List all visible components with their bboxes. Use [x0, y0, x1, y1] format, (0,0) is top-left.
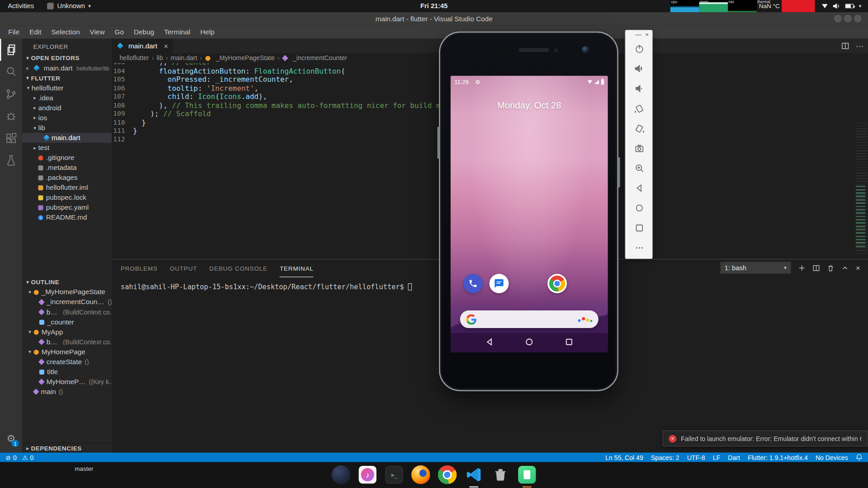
outline-item-createstate[interactable]: createState ()	[22, 357, 112, 367]
activities-button[interactable]: Activities	[0, 0, 42, 12]
more-icon[interactable]	[626, 238, 653, 258]
outline-header[interactable]: ▾ OUTLINE	[22, 277, 112, 287]
toolbar-close-icon[interactable]: ×	[645, 32, 649, 38]
settings-gear-icon[interactable]: ⚙	[475, 79, 480, 84]
tree-item-readme[interactable]: i README.md	[22, 212, 112, 222]
back-button[interactable]	[485, 337, 494, 348]
menu-selection[interactable]: Selection	[46, 25, 85, 38]
rotate-right-icon[interactable]	[626, 118, 653, 138]
power-icon[interactable]	[626, 39, 653, 59]
extensions-icon[interactable]	[0, 127, 22, 150]
tab-close-icon[interactable]: ×	[164, 42, 168, 50]
open-editor-main-dart[interactable]: × main.dart helloflutter/lib	[22, 63, 112, 73]
phone-screen[interactable]: 11:29 ⚙ Monday, Oct 28	[451, 76, 608, 352]
phone-app-icon[interactable]	[463, 274, 483, 293]
volume-up-icon[interactable]	[626, 59, 653, 79]
project-section-header[interactable]: ▾ FLUTTER	[22, 73, 112, 83]
tab-problems[interactable]: PROBLEMS	[121, 259, 158, 277]
status-menu[interactable]: ▾	[815, 0, 868, 12]
date-widget[interactable]: Monday, Oct 28	[451, 100, 608, 111]
encoding[interactable]: UTF-8	[687, 454, 705, 461]
back-icon[interactable]	[626, 178, 653, 198]
close-panel-icon[interactable]: ×	[856, 263, 860, 272]
more-actions-icon[interactable]: ⋯	[856, 44, 863, 48]
window-minimize-button[interactable]	[834, 15, 841, 22]
outline-item-myhomepage-ctor[interactable]: MyHomePage ({Key k...	[22, 377, 112, 387]
tab-output[interactable]: OUTPUT	[170, 259, 198, 277]
outline-item-main[interactable]: main ()	[22, 387, 112, 397]
problems-status[interactable]: ⊘0 ⚠0	[5, 453, 33, 461]
trash-icon[interactable]	[491, 465, 510, 485]
messages-app-icon[interactable]	[489, 274, 509, 293]
menu-edit[interactable]: Edit	[24, 25, 46, 38]
breadcrumb-class[interactable]: _MyHomePageState	[216, 55, 275, 61]
screenshot-camera-icon[interactable]	[626, 138, 653, 158]
kill-terminal-icon[interactable]	[827, 264, 834, 272]
power-button[interactable]	[618, 157, 620, 188]
minimap[interactable]	[856, 123, 868, 254]
menu-go[interactable]: Go	[109, 25, 128, 38]
menu-terminal[interactable]: Terminal	[159, 25, 195, 38]
tree-item-android[interactable]: ▸ android	[22, 103, 112, 113]
emulator-toolbar[interactable]: — ×	[625, 30, 652, 259]
vscode-icon[interactable]	[464, 465, 484, 485]
chrome-app-icon[interactable]	[547, 274, 567, 293]
zoom-icon[interactable]	[626, 158, 653, 178]
dark-app-icon[interactable]	[331, 465, 351, 485]
tree-item-test[interactable]: ▸ test	[22, 143, 112, 153]
breadcrumb-method[interactable]: _incrementCounter	[293, 55, 347, 61]
outline-item-myhomepage[interactable]: ▾ MyHomePage	[22, 347, 112, 357]
tree-item-helloflutter[interactable]: ▾ helloflutter	[22, 83, 112, 93]
overview-icon[interactable]	[626, 218, 653, 238]
tab-debug-console[interactable]: DEBUG CONSOLE	[209, 259, 268, 277]
language-mode[interactable]: Dart	[728, 454, 740, 461]
breadcrumb-folder[interactable]: lib	[156, 55, 163, 61]
tree-item-lib[interactable]: ▾ lib	[22, 123, 112, 133]
thermal-monitor[interactable]: thermal NaN °C	[757, 0, 815, 12]
maximize-panel-icon[interactable]	[841, 264, 849, 272]
tree-item-gitignore[interactable]: .gitignore	[22, 153, 112, 163]
menu-help[interactable]: Help	[195, 25, 220, 38]
outline-item-incrementcounter[interactable]: _incrementCounter ()	[22, 297, 112, 307]
terminal-shell-select[interactable]: 1: bash ▾	[720, 262, 791, 274]
eol-sequence[interactable]: LF	[713, 454, 720, 461]
cpu-monitor[interactable]: cpu	[670, 0, 699, 12]
volume-down-icon[interactable]	[626, 79, 653, 99]
window-maximize-button[interactable]	[844, 15, 851, 22]
home-icon[interactable]	[626, 198, 653, 218]
device-selector[interactable]: No Devices	[816, 454, 848, 461]
google-search-bar[interactable]	[460, 310, 599, 328]
source-control-icon[interactable]	[0, 83, 22, 105]
overview-button[interactable]	[565, 337, 574, 348]
open-editors-header[interactable]: ▾ OPEN EDITORS	[22, 53, 112, 63]
breadcrumb-project[interactable]: helloflutter	[119, 55, 149, 61]
outline-item-build-1[interactable]: build (BuildContext co...	[22, 307, 112, 317]
split-terminal-icon[interactable]	[812, 264, 820, 272]
tree-item-ios[interactable]: ▸ ios	[22, 113, 112, 123]
window-close-button[interactable]	[854, 15, 861, 22]
outline-item-title[interactable]: title	[22, 367, 112, 377]
dependencies-header[interactable]: ▸ DEPENDENCIES	[22, 443, 112, 453]
notifications-bell-icon[interactable]	[856, 454, 863, 461]
flutter-sdk-version[interactable]: Flutter: 1.9.1+hotfix.4	[748, 454, 808, 461]
debug-icon[interactable]	[0, 105, 22, 127]
menu-view[interactable]: View	[85, 25, 110, 38]
app-menu[interactable]: Unknown ▾	[42, 0, 96, 12]
breadcrumb-file[interactable]: main.dart	[170, 55, 197, 61]
terminal-app-icon[interactable]: >_	[384, 465, 404, 485]
tree-item-pubspec-yaml[interactable]: pubspec.yaml	[22, 202, 112, 212]
indentation[interactable]: Spaces: 2	[651, 454, 679, 461]
assistant-mic-icon[interactable]	[578, 317, 592, 322]
home-button[interactable]	[525, 337, 534, 348]
network-monitor[interactable]: net	[728, 0, 757, 12]
outline-item-myhomepagestate[interactable]: ▾ _MyHomePageState	[22, 287, 112, 297]
memory-monitor[interactable]: mem	[699, 0, 728, 12]
outline-item-build-2[interactable]: build (BuildContext co...	[22, 337, 112, 347]
search-icon[interactable]	[0, 61, 22, 83]
split-editor-icon[interactable]	[841, 42, 849, 50]
music-app-icon[interactable]: ♪	[358, 465, 377, 485]
window-titlebar[interactable]: main.dart - flutter - Visual Studio Code	[0, 12, 868, 25]
menu-file[interactable]: File	[3, 25, 24, 38]
explorer-icon[interactable]	[0, 39, 22, 61]
settings-gear-icon[interactable]: ⚙ 1	[0, 429, 22, 448]
